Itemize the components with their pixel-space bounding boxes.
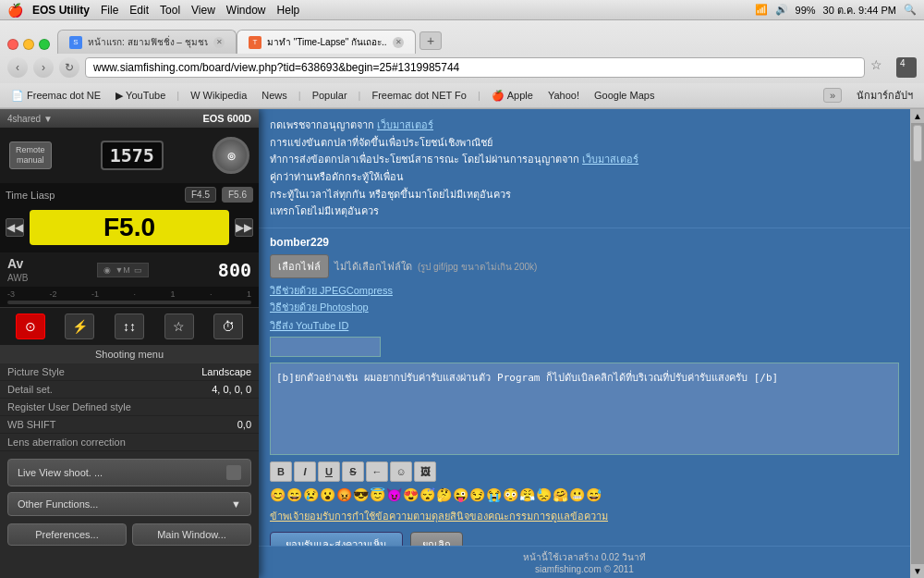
emoji-1[interactable]: 😊	[270, 487, 286, 502]
close-window-button[interactable]	[7, 39, 18, 50]
webmaster-link-1[interactable]: เว็บมาสเตอร์	[377, 119, 433, 130]
aperture-right-arrow[interactable]: ▶▶	[235, 218, 253, 237]
shooting-menu-title: Shooting menu	[0, 345, 259, 363]
bookmark-yahoo[interactable]: Yahoo!	[544, 89, 583, 102]
apple-menu[interactable]: 🍎	[7, 3, 23, 18]
forward-button[interactable]: ›	[33, 57, 54, 78]
app-name-menu[interactable]: EOS Utility	[32, 4, 90, 17]
lens-row: Lens aberration correction	[0, 434, 259, 451]
emoji-4[interactable]: 😮	[320, 487, 335, 502]
bookmark-youtube[interactable]: ▶ YouTube	[112, 89, 169, 103]
picture-style-row: Picture Style Landscape	[0, 363, 259, 381]
new-tab-button[interactable]: +	[419, 31, 442, 50]
minimize-window-button[interactable]	[23, 39, 34, 50]
tab-count-badge[interactable]: 4	[896, 57, 917, 78]
window-menu[interactable]: Window	[226, 4, 266, 17]
cancel-button[interactable]: ยกเลิก	[410, 532, 463, 546]
bookmark-freemac2[interactable]: Freemac dot NET Fo	[368, 89, 470, 102]
bookmark-star[interactable]: ☆	[870, 57, 891, 78]
emoji-3[interactable]: 😢	[303, 487, 319, 502]
photoshop-link[interactable]: วิธีช่วยด้วย Photoshop	[270, 301, 369, 313]
left-arrow-button[interactable]: ←	[366, 461, 388, 482]
tab-1[interactable]: S หน้าแรก: สยามฟิชชิ่ง – ชุมชนนักตก... ✕	[57, 30, 237, 54]
italic-button[interactable]: I	[294, 461, 316, 482]
youtube-id-link[interactable]: วิธีส่ง YouTube ID	[270, 320, 348, 331]
help-menu[interactable]: Help	[277, 4, 300, 17]
submit-button[interactable]: ยอมรับและส่งความเห็น	[270, 532, 403, 546]
bookmark-google-maps[interactable]: Google Maps	[590, 89, 658, 102]
reload-button[interactable]: ↻	[59, 57, 79, 78]
jpeg-compress-link[interactable]: วิธีช่วยด้วย JPEGCompress	[270, 285, 393, 296]
emoji-5[interactable]: 😡	[336, 487, 352, 502]
timer-icon-button[interactable]: ⏱	[213, 314, 243, 339]
emoji-12[interactable]: 😜	[453, 487, 468, 502]
emoji-13[interactable]: 😏	[469, 487, 485, 502]
mode-dial[interactable]: ◎	[213, 137, 249, 174]
remote-manual-button[interactable]: Remote manual	[9, 141, 52, 169]
aperture-f56-button[interactable]: F5.6	[222, 187, 253, 203]
emoji-6[interactable]: 😎	[353, 487, 369, 502]
scroll-down-button[interactable]: ▼	[911, 564, 924, 578]
url-input[interactable]	[85, 57, 865, 78]
youtube-id-input[interactable]	[270, 337, 381, 357]
emoji-15[interactable]: 😳	[503, 487, 518, 502]
reply-form-section[interactable]: bomber229 เลือกไฟล์ ไม่ได้เลือกไฟล์ใด (ร…	[259, 228, 910, 546]
bookmark-wikipedia[interactable]: W Wikipedia	[187, 89, 250, 102]
bookmark-user[interactable]: นักมาร์กอัปฯ	[853, 86, 917, 105]
edit-menu[interactable]: Edit	[129, 4, 149, 17]
maximize-window-button[interactable]	[39, 39, 50, 50]
underline-button[interactable]: U	[318, 461, 340, 482]
strikethrough-button[interactable]: S	[342, 461, 364, 482]
message-textarea[interactable]: [b]ยกตัวอย่างเช่น ผมอยากปรับค่ารับแสงผ่า…	[270, 363, 899, 455]
emoji-20[interactable]: 😅	[586, 487, 602, 502]
formatting-toolbar: B I U S ← ☺ 🖼	[270, 458, 899, 486]
scroll-up-button[interactable]: ▲	[911, 109, 924, 123]
bookmark-popular[interactable]: Popular	[309, 89, 351, 102]
flash-icon-button[interactable]: ⚡	[65, 314, 94, 339]
bookmark-popular-label: Popular	[312, 90, 347, 101]
emoji-19[interactable]: 😬	[569, 487, 585, 502]
settings-icon-button[interactable]: ↕↕	[115, 314, 144, 339]
image-button[interactable]: 🖼	[414, 461, 436, 482]
mode-iso-row: Av AWB ◉ ▼M ▭ 800	[0, 252, 259, 287]
emoji-18[interactable]: 🤗	[553, 487, 568, 502]
youtube-icon: ▶	[116, 90, 123, 102]
back-button[interactable]: ‹	[7, 57, 28, 78]
bookmark-freemac[interactable]: 📄 Freemac dot NE	[7, 89, 104, 103]
preferences-button[interactable]: Preferences...	[7, 523, 127, 546]
live-view-button[interactable]: Live View shoot. ...	[7, 459, 251, 486]
emoji-9[interactable]: 😍	[403, 487, 419, 502]
emoji-11[interactable]: 🤔	[436, 487, 452, 502]
tab-1-close[interactable]: ✕	[213, 37, 225, 48]
star-icon-button[interactable]: ☆	[164, 314, 194, 339]
emoji-16[interactable]: 😤	[519, 487, 535, 502]
bookmarks-more-button[interactable]: »	[823, 88, 842, 103]
bold-button[interactable]: B	[270, 461, 292, 482]
spotlight-icon[interactable]: 🔍	[904, 4, 917, 16]
emoji-2[interactable]: 😄	[286, 487, 302, 502]
emoji-7[interactable]: 😇	[370, 487, 385, 502]
bookmark-news[interactable]: News	[258, 89, 291, 102]
webmaster-link-2[interactable]: เว็บมาสเตอร์	[582, 154, 638, 165]
emoji-17[interactable]: 😓	[536, 487, 552, 502]
view-menu[interactable]: View	[191, 4, 215, 17]
main-window-button[interactable]: Main Window...	[132, 523, 251, 546]
shoot-icon-button[interactable]: ⊙	[16, 314, 45, 339]
aperture-f45-button[interactable]: F4.5	[185, 187, 216, 203]
tool-menu[interactable]: Tool	[160, 4, 180, 17]
emoji-10[interactable]: 😴	[419, 487, 435, 502]
smiley-button[interactable]: ☺	[390, 461, 412, 482]
terms-link[interactable]: ข้าพเจ้ายอมรับการกำใช้ข้อความตามดุลยสินิ…	[270, 510, 608, 522]
other-functions-button[interactable]: Other Functions... ▼	[7, 492, 251, 516]
detail-label: Detail set.	[7, 384, 53, 395]
emoji-8[interactable]: 😈	[386, 487, 402, 502]
scrollbar[interactable]: ▲ ▼	[910, 109, 924, 578]
aperture-left-arrow[interactable]: ◀◀	[6, 218, 24, 237]
file-menu[interactable]: File	[101, 4, 118, 17]
scroll-thumb[interactable]	[913, 125, 922, 162]
choose-file-button[interactable]: เลือกไฟล์	[270, 254, 329, 278]
bookmark-apple[interactable]: 🍎 Apple	[488, 89, 537, 103]
emoji-14[interactable]: 😭	[486, 487, 502, 502]
tab-2[interactable]: T มาทำ "Time-Lapse" กันเถอะ... ✕	[237, 30, 416, 54]
tab-2-close[interactable]: ✕	[393, 37, 404, 48]
